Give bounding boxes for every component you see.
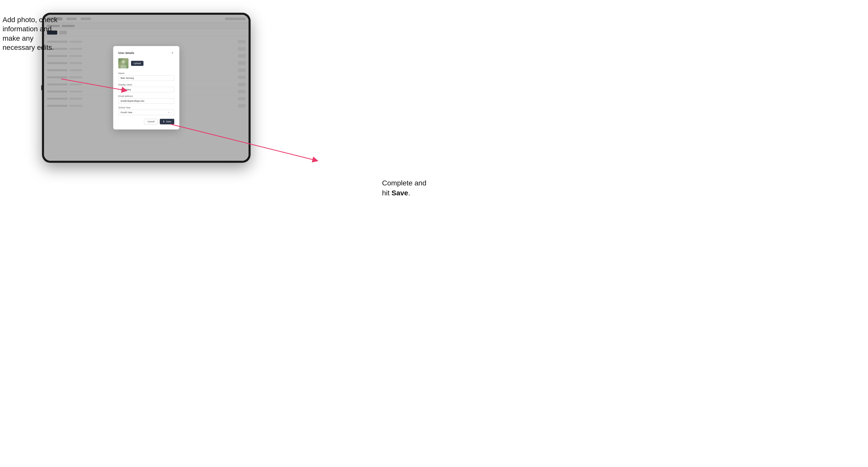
display-name-input[interactable] bbox=[118, 87, 174, 92]
photo-thumb-inner bbox=[118, 58, 128, 68]
select-clear-icon[interactable]: × bbox=[168, 111, 169, 114]
annotation-right: Complete and hit Save. bbox=[382, 178, 426, 198]
name-label: Name bbox=[118, 72, 174, 74]
save-button[interactable]: ⬆ Save bbox=[160, 119, 174, 124]
chevron-down-icon[interactable]: ⌄ bbox=[170, 112, 172, 114]
save-icon: ⬆ bbox=[163, 120, 165, 123]
email-field-group: Email address bbox=[118, 95, 174, 104]
school-year-label: School Year bbox=[118, 106, 174, 109]
cancel-button[interactable]: Cancel bbox=[144, 119, 158, 124]
school-year-value: Fourth Year bbox=[121, 111, 132, 114]
tablet-device: User details × Upload bbox=[42, 13, 251, 163]
photo-section: Upload bbox=[118, 58, 174, 68]
modal-close-button[interactable]: × bbox=[171, 51, 174, 55]
school-year-select[interactable]: Fourth Year × ⌄ bbox=[118, 110, 174, 115]
display-name-field-group: Display name bbox=[118, 84, 174, 92]
svg-point-2 bbox=[122, 60, 125, 64]
modal-overlay: User details × Upload bbox=[44, 15, 249, 161]
save-button-label: Save bbox=[166, 120, 171, 123]
upload-button[interactable]: Upload bbox=[131, 61, 144, 66]
svg-point-3 bbox=[120, 65, 126, 68]
tablet-side-button bbox=[41, 85, 42, 90]
display-name-label: Display name bbox=[118, 84, 174, 86]
name-input[interactable] bbox=[118, 75, 174, 81]
modal-footer: Cancel ⬆ Save bbox=[118, 119, 174, 124]
school-year-field-group: School Year Fourth Year × ⌄ bbox=[118, 106, 174, 115]
person-silhouette bbox=[118, 58, 128, 68]
email-input[interactable] bbox=[118, 98, 174, 104]
modal-title: User details bbox=[118, 51, 134, 55]
user-details-modal: User details × Upload bbox=[113, 46, 179, 129]
tablet-screen: User details × Upload bbox=[44, 15, 249, 161]
modal-header: User details × bbox=[118, 51, 174, 55]
photo-thumbnail bbox=[118, 58, 128, 68]
select-icons: × ⌄ bbox=[168, 111, 172, 114]
name-field-group: Name bbox=[118, 72, 174, 81]
email-label: Email address bbox=[118, 95, 174, 97]
annotation-left: Add photo, check information and make an… bbox=[3, 15, 58, 53]
